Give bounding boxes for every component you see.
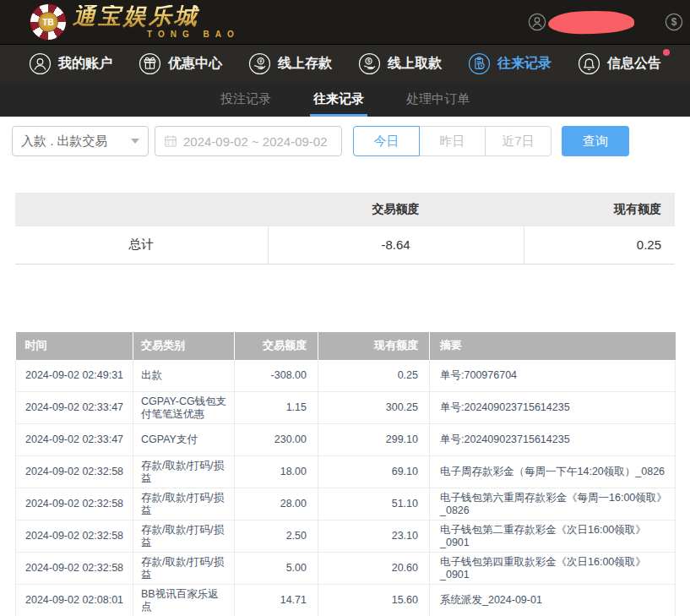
table-cell: 电子钱包第六重周存款彩金《每周一16:00领取》_0826: [430, 488, 676, 521]
query-button[interactable]: 查询: [562, 126, 629, 156]
quick-date-buttons: 今日 昨日 近7日: [353, 126, 551, 156]
table-row: 2024-09-02 02:33:47CGPAY-CG钱包支付笔笔送优惠1.15…: [16, 392, 676, 424]
nav-item-my-account[interactable]: 我的账户: [29, 52, 112, 75]
table-cell: 51.10: [318, 488, 430, 521]
table-cell: 存款/取款/打码/损益: [133, 521, 235, 553]
table-cell: 230.00: [235, 424, 318, 456]
table-cell: 2024-09-02 02:33:47: [16, 392, 133, 424]
topbar-account-area: $: [528, 11, 678, 34]
date-range-input[interactable]: 2024-09-02 ~ 2024-09-02: [155, 126, 342, 156]
deposit-icon: ¥: [248, 52, 271, 75]
gift-icon: [139, 52, 161, 75]
table-cell: 5.00: [235, 553, 318, 585]
table-cell: 1.15: [235, 392, 318, 424]
chevron-down-icon: [131, 139, 139, 144]
table-row: 2024-09-02 02:32:58存款/取款/打码/损益2.5023.10电…: [16, 521, 676, 553]
table-cell: 2024-09-02 02:32:58: [16, 521, 133, 553]
last7days-button[interactable]: 近7日: [485, 126, 551, 156]
table-cell: 单号:202409023715614235: [430, 392, 676, 424]
nav-label: 信息公告: [607, 55, 661, 73]
table-cell: 系统派发_2024-09-01: [430, 585, 676, 616]
yesterday-button[interactable]: 昨日: [419, 126, 486, 156]
tab-transaction-records[interactable]: 往来记录: [312, 82, 366, 117]
table-cell: 2024-09-02 02:33:47: [16, 424, 133, 456]
col-type: 交易类别: [133, 332, 235, 360]
table-cell: 15.60: [318, 585, 430, 616]
table-cell: -308.00: [235, 360, 318, 392]
brand-chip-logo[interactable]: TB: [30, 4, 66, 40]
table-cell: 20.60: [318, 553, 430, 585]
svg-text:$: $: [367, 58, 371, 63]
transactions-header: 时间 交易类别 交易额度 现有额度 摘要: [16, 332, 676, 360]
nav-item-online-withdrawal[interactable]: $ 线上取款: [358, 52, 442, 75]
table-row: 2024-09-02 02:33:47CGPAY支付230.00299.10单号…: [16, 424, 676, 456]
notification-dot: [663, 49, 670, 56]
balance-dollar-icon[interactable]: $: [665, 13, 683, 31]
summary-total-label: 总计: [15, 226, 268, 264]
table-row: 2024-09-02 02:32:58存款/取款/打码/损益5.0020.60电…: [16, 553, 676, 585]
top-brand-bar: TB 通宝娱乐城 TONG BAO $: [0, 0, 690, 44]
nav-item-announcements[interactable]: 信息公告: [578, 52, 661, 75]
summary-col-empty: [15, 193, 268, 226]
nav-label: 线上取款: [388, 55, 442, 73]
table-cell: 299.10: [318, 424, 430, 456]
svg-text:¥: ¥: [259, 58, 262, 63]
table-cell: 14.71: [235, 585, 318, 616]
filter-bar: 入款 . 出款交易 2024-09-02 ~ 2024-09-02 今日 昨日 …: [12, 125, 690, 157]
summary-table: 交易额度 现有额度 总计 -8.64 0.25: [15, 193, 675, 264]
table-cell: 2024-09-02 02:32:58: [16, 488, 133, 521]
brand-chip-badge: TB: [38, 12, 58, 32]
table-cell: 2.50: [235, 521, 318, 553]
today-button[interactable]: 今日: [353, 126, 420, 156]
table-cell: 2024-09-02 02:49:31: [16, 360, 133, 392]
brand-text[interactable]: 通宝娱乐城 TONG BAO: [73, 5, 240, 39]
table-row: 2024-09-02 02:32:58存款/取款/打码/损益28.0051.10…: [16, 488, 676, 521]
table-cell: 电子周存款彩金（每周一下午14:20领取）_0826: [430, 456, 676, 488]
nav-item-online-deposit[interactable]: ¥ 线上存款: [248, 52, 332, 75]
nav-label: 线上存款: [278, 55, 332, 73]
tab-betting-records[interactable]: 投注记录: [219, 82, 273, 117]
records-icon: [468, 52, 491, 75]
table-cell: BB视讯百家乐返点: [133, 585, 235, 616]
main-navigation: 我的账户 优惠中心 ¥ 线上存款 $ 线上取款: [0, 44, 690, 82]
account-avatar-icon[interactable]: [528, 13, 546, 31]
date-range-value: 2024-09-02 ~ 2024-09-02: [183, 134, 328, 149]
table-cell: 23.10: [318, 521, 430, 553]
table-cell: CGPAY支付: [133, 424, 235, 456]
table-cell: 出款: [133, 360, 235, 392]
transactions-body: 2024-09-02 02:49:31出款-308.000.25单号:70097…: [16, 360, 676, 616]
table-cell: 电子钱包第四重取款彩金《次日16:00领取》_0901: [430, 553, 676, 585]
nav-label: 优惠中心: [168, 55, 222, 73]
tab-pending-orders[interactable]: 处理中订单: [405, 82, 471, 117]
transactions-table: 时间 交易类别 交易额度 现有额度 摘要 2024-09-02 02:49:31…: [15, 332, 676, 616]
summary-row: 总计 -8.64 0.25: [15, 226, 675, 264]
svg-text:$: $: [671, 16, 677, 28]
table-cell: 2024-09-02 02:32:58: [16, 456, 133, 488]
summary-transaction-amount: -8.64: [268, 226, 524, 264]
table-cell: 18.00: [235, 456, 318, 488]
table-cell: 单号:700976704: [430, 360, 676, 392]
transaction-type-select[interactable]: 入款 . 出款交易: [12, 126, 149, 156]
user-icon: [29, 52, 52, 75]
nav-item-promotions[interactable]: 优惠中心: [139, 52, 222, 75]
bell-icon: [578, 52, 600, 75]
table-cell: 0.25: [318, 360, 430, 392]
username-redaction: [548, 10, 634, 35]
record-tabs: 投注记录 往来记录 处理中订单: [0, 82, 690, 117]
tab-label: 往来记录: [313, 91, 364, 107]
withdraw-icon: $: [358, 52, 381, 75]
summary-current-balance: 0.25: [524, 226, 675, 264]
table-row: 2024-09-02 02:32:58存款/取款/打码/损益18.0069.10…: [16, 456, 676, 488]
table-cell: 存款/取款/打码/损益: [133, 456, 235, 488]
select-value: 入款 . 出款交易: [21, 134, 108, 150]
table-cell: 300.25: [318, 392, 430, 424]
table-cell: CGPAY-CG钱包支付笔笔送优惠: [133, 392, 235, 424]
col-amount: 交易额度: [235, 332, 318, 360]
table-cell: 28.00: [235, 488, 318, 521]
table-row: 2024-09-02 02:08:01BB视讯百家乐返点14.7115.60系统…: [16, 585, 676, 616]
summary-header: 交易额度 现有额度: [15, 193, 675, 226]
col-balance: 现有额度: [318, 332, 430, 360]
nav-item-transaction-records[interactable]: 往来记录: [468, 52, 551, 75]
brand-name-en: TONG BAO: [147, 30, 240, 39]
table-cell: 存款/取款/打码/损益: [133, 553, 235, 585]
